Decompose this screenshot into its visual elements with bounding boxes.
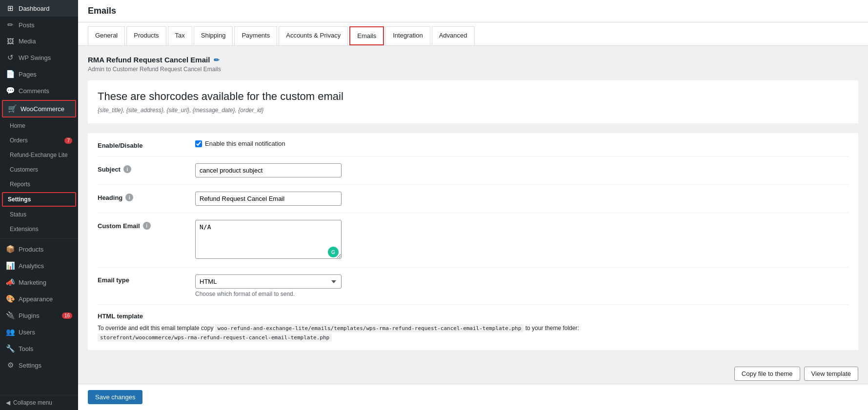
section-subtitle: Admin to Customer Refund Request Cancel … [88,66,858,73]
products-icon: 📦 [6,245,15,254]
sidebar-item-wpswings[interactable]: ↺ WP Swings [0,49,78,66]
edit-pencil-icon[interactable]: ✏ [214,56,220,64]
form-table: Enable/Disable Enable this email notific… [88,133,858,305]
sidebar: ⊞ Dashboard ✏ Posts 🖼 Media ↺ WP Swings … [0,0,78,410]
submenu-item-orders[interactable]: Orders 7 [0,133,78,148]
subject-input[interactable] [195,163,342,177]
sidebar-item-woocommerce[interactable]: 🛒 WooCommerce [2,100,76,117]
collapse-menu[interactable]: ◀ Collapse menu [0,395,78,410]
submenu-item-home[interactable]: Home [0,118,78,133]
tab-products[interactable]: Products [126,26,166,45]
email-section-header: RMA Refund Request Cancel Email ✏ Admin … [88,56,858,73]
settings-icon: ⚙ [6,361,15,370]
heading-info-icon[interactable]: i [125,194,133,201]
content-area: RMA Refund Request Cancel Email ✏ Admin … [78,46,868,384]
view-template-button[interactable]: View template [804,367,858,381]
sidebar-item-dashboard[interactable]: ⊞ Dashboard [0,0,78,17]
media-icon: 🖼 [6,37,15,45]
sidebar-item-pages[interactable]: 📄 Pages [0,66,78,82]
enable-label: Enable/Disable [98,140,195,149]
tab-tax[interactable]: Tax [168,26,192,45]
tab-integration[interactable]: Integration [385,26,430,45]
sidebar-item-appearance[interactable]: 🎨 Appearance [0,291,78,307]
submenu-item-settings[interactable]: Settings [2,192,76,207]
sidebar-item-tools[interactable]: 🔧 Tools [0,340,78,357]
wpswings-icon: ↺ [6,53,15,62]
sidebar-item-users[interactable]: 👥 Users [0,324,78,340]
marketing-icon: 📣 [6,278,15,287]
save-bar: Save changes [78,384,868,410]
custom-email-field: N/A G [195,220,848,260]
sidebar-item-settings[interactable]: ⚙ Settings [0,357,78,373]
sidebar-item-media[interactable]: 🖼 Media [0,33,78,49]
tab-emails[interactable]: Emails [349,26,384,45]
tab-accounts-privacy[interactable]: Accounts & Privacy [279,26,348,45]
shortcodes-heading: These are shorcodes available for the cu… [98,90,848,103]
subject-label: Subject i [98,163,195,173]
tab-payments[interactable]: Payments [234,26,277,45]
html-template-section: HTML template To override and edit this … [88,305,858,350]
comments-icon: 💬 [6,86,15,95]
submenu-item-customers[interactable]: Customers [0,162,78,177]
page-title: Emails [88,6,858,16]
users-icon: 👥 [6,328,15,336]
submenu-item-status[interactable]: Status [0,207,78,222]
sidebar-item-posts[interactable]: ✏ Posts [0,17,78,33]
analytics-icon: 📊 [6,261,15,270]
heading-label: Heading i [98,192,195,201]
textarea-wrapper: N/A G [195,220,342,260]
page-header: Emails [78,0,868,22]
woocommerce-submenu: Home Orders 7 Refund-Exchange Lite Custo… [0,118,78,236]
shortcodes-list: {site_title}, {site_address}, {site_url}… [98,107,848,114]
section-title: RMA Refund Request Cancel Email ✏ [88,56,858,64]
woocommerce-icon: 🛒 [8,104,17,113]
form-row-custom-email: Custom Email i N/A G [98,213,848,268]
email-type-description: Choose which format of email to send. [195,291,848,297]
tab-advanced[interactable]: Advanced [432,26,475,45]
plugins-icon: 🔌 [6,311,15,320]
template-path-code: woo-refund-and-exchange-lite/emails/temp… [215,324,524,332]
appearance-icon: 🎨 [6,294,15,303]
template-actions: Copy file to theme View template [734,367,858,381]
custom-email-textarea[interactable]: N/A [195,220,342,259]
enable-checkbox[interactable] [195,140,202,147]
email-type-select[interactable]: HTML Plain text Multipart [195,274,342,289]
orders-badge: 7 [64,137,72,144]
sidebar-item-products[interactable]: 📦 Products [0,241,78,257]
form-row-subject: Subject i [98,156,848,185]
email-type-label: Email type [98,274,195,284]
sidebar-item-marketing[interactable]: 📣 Marketing [0,274,78,291]
custom-email-info-icon[interactable]: i [143,222,151,230]
heading-field [195,192,848,206]
enable-checkbox-label[interactable]: Enable this email notification [205,140,285,147]
collapse-icon: ◀ [6,399,10,406]
form-row-heading: Heading i [98,185,848,213]
submenu-item-refund[interactable]: Refund-Exchange Lite [0,148,78,162]
sidebar-item-plugins[interactable]: 🔌 Plugins 16 [0,307,78,324]
enable-field: Enable this email notification [195,140,848,147]
sidebar-item-analytics[interactable]: 📊 Analytics [0,257,78,274]
copy-file-to-theme-button[interactable]: Copy file to theme [734,367,800,381]
pages-icon: 📄 [6,70,15,78]
plugins-badge: 16 [62,312,72,319]
custom-email-label: Custom Email i [98,220,195,230]
save-changes-button[interactable]: Save changes [88,390,142,404]
sidebar-item-comments[interactable]: 💬 Comments [0,82,78,99]
form-row-enable: Enable/Disable Enable this email notific… [98,133,848,156]
tab-general[interactable]: General [88,26,125,45]
tabs-bar: General Products Tax Shipping Payments A… [78,22,868,46]
submenu-item-extensions[interactable]: Extensions [0,222,78,236]
submenu-item-reports[interactable]: Reports [0,177,78,192]
grammarly-icon: G [328,247,339,257]
shortcodes-box: These are shorcodes available for the cu… [88,80,858,123]
tab-shipping[interactable]: Shipping [194,26,233,45]
heading-input[interactable] [195,192,342,206]
email-type-field: HTML Plain text Multipart Choose which f… [195,274,848,297]
html-template-text: To override and edit this email template… [98,324,848,342]
main-content: Emails General Products Tax Shipping Pay… [78,0,868,410]
tools-icon: 🔧 [6,344,15,353]
html-template-title: HTML template [98,312,848,320]
theme-path-code: storefront/woocommerce/wps-rma-refund-re… [98,333,332,342]
subject-info-icon[interactable]: i [123,165,131,173]
dashboard-icon: ⊞ [6,4,15,13]
